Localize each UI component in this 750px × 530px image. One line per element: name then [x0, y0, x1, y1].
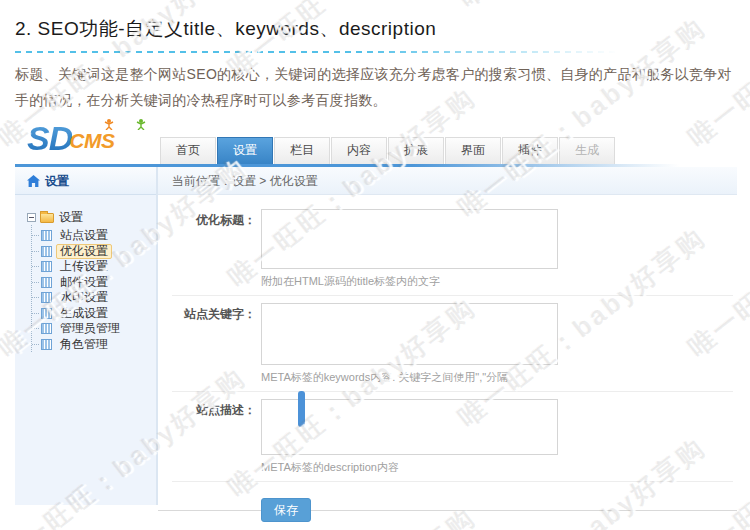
field-hint: 附加在HTML源码的title标签内的文字 — [261, 274, 558, 289]
tab-content[interactable]: 内容 — [331, 137, 387, 164]
tab-columns[interactable]: 栏目 — [274, 137, 330, 164]
settings-sidebar: 设置 设置 站点设置 优化设置 上传设置 邮件设置 水印设置 生成设置 管理员管… — [15, 167, 158, 505]
form-row-keywords: 站点关键字： META标签的keywords内容. 关键字之间使用","分隔 — [158, 303, 737, 391]
logo-text-secondary: CMS — [69, 129, 114, 152]
app-header: SDCMS 首页 设置 栏目 内容 扩展 界面 插件 生成 — [15, 115, 737, 164]
page-title: 2. SEO功能-自定义title、keywords、description — [15, 16, 715, 42]
sidebar-item-label: 生成设置 — [56, 306, 112, 321]
form-row-description: 站点描述： META标签的description内容 — [158, 399, 737, 481]
tab-interface[interactable]: 界面 — [445, 137, 501, 164]
sidebar-item-mail-settings[interactable]: 邮件设置 — [32, 275, 156, 291]
row-divider — [172, 391, 733, 392]
tab-settings[interactable]: 设置 — [217, 137, 273, 164]
field-label: 站点关键字： — [158, 303, 256, 385]
sidebar-item-label: 站点设置 — [56, 228, 112, 243]
sidebar-item-generate-settings[interactable]: 生成设置 — [32, 306, 156, 322]
sidebar-item-label: 角色管理 — [56, 337, 112, 352]
sidebar-item-role-management[interactable]: 角色管理 — [32, 337, 156, 353]
sidebar-item-label: 管理员管理 — [56, 321, 124, 336]
sidebar-header: 设置 — [15, 167, 156, 195]
site-keywords-textarea[interactable] — [261, 303, 558, 365]
tab-plugins[interactable]: 插件 — [502, 137, 558, 164]
table-icon — [41, 323, 52, 334]
save-button[interactable]: 保存 — [261, 498, 311, 522]
sidebar-item-label: 上传设置 — [56, 259, 112, 274]
logo-text-primary: SD — [27, 119, 72, 157]
form-row-title: 优化标题： 附加在HTML源码的title标签内的文字 — [158, 209, 737, 295]
table-icon — [41, 308, 52, 319]
title-divider — [15, 51, 643, 53]
collapse-icon[interactable] — [27, 213, 36, 222]
intro-paragraph: 标题、关键词这是整个网站SEO的核心，关键词的选择应该充分考虑客户的搜索习惯、自… — [15, 61, 737, 113]
main-nav: 首页 设置 栏目 内容 扩展 界面 插件 生成 — [160, 137, 616, 164]
main-content: 当前位置：设置 > 优化设置 优化标题： 附加在HTML源码的title标签内的… — [158, 167, 737, 511]
watermark-text: 唯一旺旺：baby好享购 — [452, 0, 714, 15]
sidebar-item-upload-settings[interactable]: 上传设置 — [32, 259, 156, 275]
field-hint: META标签的description内容 — [261, 460, 558, 475]
sidebar-item-site-settings[interactable]: 站点设置 — [32, 228, 156, 244]
tree-root-label: 设置 — [59, 209, 83, 226]
table-icon — [41, 339, 52, 350]
seo-settings-form: 优化标题： 附加在HTML源码的title标签内的文字 站点关键字： META标… — [158, 195, 737, 522]
scrollbar-thumb[interactable] — [298, 391, 305, 427]
tab-extend[interactable]: 扩展 — [388, 137, 444, 164]
settings-tree: 设置 站点设置 优化设置 上传设置 邮件设置 水印设置 生成设置 管理员管理 角… — [15, 195, 156, 352]
tab-generate[interactable]: 生成 — [559, 137, 615, 164]
sidebar-item-admin-management[interactable]: 管理员管理 — [32, 321, 156, 337]
table-icon — [41, 292, 52, 303]
sidebar-header-label: 设置 — [45, 174, 69, 188]
logo-figure-icon — [95, 118, 151, 130]
cms-screenshot-panel: SDCMS 首页 设置 栏目 内容 扩展 界面 插件 生成 设置 — [15, 115, 737, 512]
row-divider — [172, 481, 733, 482]
tree-root-node[interactable]: 设置 — [27, 210, 156, 225]
table-icon — [41, 277, 52, 288]
row-divider — [172, 295, 733, 296]
table-icon — [41, 246, 52, 257]
breadcrumb: 当前位置：设置 > 优化设置 — [158, 167, 737, 195]
field-hint: META标签的keywords内容. 关键字之间使用","分隔 — [261, 370, 558, 385]
sidebar-item-label: 优化设置 — [56, 244, 112, 259]
home-icon — [27, 175, 40, 187]
table-icon — [41, 230, 52, 241]
folder-icon — [40, 213, 54, 223]
seo-title-textarea[interactable] — [261, 209, 558, 269]
field-label: 站点描述： — [158, 399, 256, 475]
tab-home[interactable]: 首页 — [160, 137, 216, 164]
field-label: 优化标题： — [158, 209, 256, 289]
sidebar-item-label: 水印设置 — [56, 290, 112, 305]
sidebar-item-label: 邮件设置 — [56, 275, 112, 290]
sdcms-logo: SDCMS — [27, 119, 117, 161]
table-icon — [41, 261, 52, 272]
sidebar-item-seo-settings[interactable]: 优化设置 — [32, 244, 156, 260]
site-description-textarea[interactable] — [261, 399, 558, 455]
sidebar-item-watermark-settings[interactable]: 水印设置 — [32, 290, 156, 306]
